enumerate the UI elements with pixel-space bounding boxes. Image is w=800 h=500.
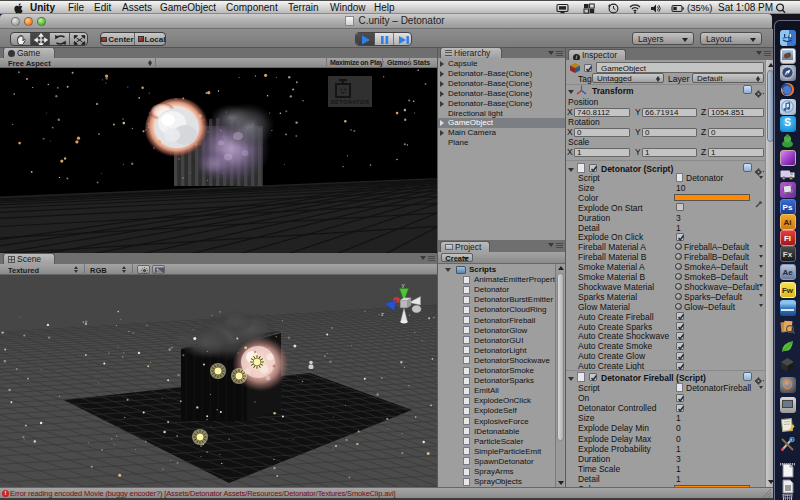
svg-text:y: y bbox=[402, 282, 405, 288]
svg-text:z: z bbox=[381, 311, 384, 317]
